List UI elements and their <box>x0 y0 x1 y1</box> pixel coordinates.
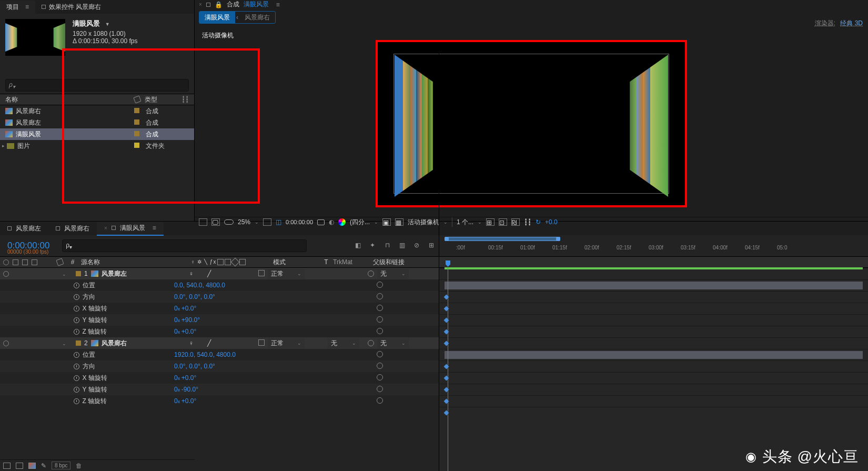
pickwhip-icon[interactable] <box>377 386 383 392</box>
property-row[interactable]: Y 轴旋转 0x +90.0° <box>0 314 439 326</box>
lock-switch-col-icon[interactable] <box>32 259 37 265</box>
fast-preview-icon[interactable]: ⊡ <box>499 218 507 226</box>
timeline-tab[interactable]: 风景廊左 <box>0 222 48 235</box>
comp-viewer[interactable] <box>376 40 687 207</box>
layer-label-color[interactable] <box>76 340 81 346</box>
exposure-value[interactable]: +0.0 <box>545 218 558 226</box>
stopwatch-icon[interactable] <box>74 387 79 393</box>
mask-visibility-icon[interactable] <box>224 219 234 225</box>
twirl-down-icon[interactable]: ⌄ <box>62 272 66 277</box>
property-value[interactable]: 1920.0, 540.0, 4800.0 <box>174 351 285 358</box>
shy-switch[interactable]: ♀ <box>189 270 194 277</box>
comp-mini-flowchart-icon[interactable]: ◧ <box>353 240 362 250</box>
stopwatch-icon[interactable] <box>74 306 79 312</box>
comp-title-dropdown-icon[interactable]: ▼ <box>105 22 110 27</box>
layer-header-row[interactable]: ⌄ 1 风景廊左 ♀╱ 正常⌄ 无⌄ <box>0 268 439 279</box>
col-mode[interactable]: 模式 <box>270 258 322 267</box>
video-switch-col-icon[interactable] <box>3 259 9 265</box>
comp-thumbnail[interactable] <box>5 19 65 56</box>
pickwhip-icon[interactable] <box>377 397 383 404</box>
resolution-icon[interactable]: 🖵 <box>211 218 220 226</box>
grid-icon[interactable] <box>263 218 271 226</box>
col-parent[interactable]: 父级和链接 <box>370 258 438 267</box>
timeline-tab[interactable]: × 满眼风景 ≡ <box>97 222 164 236</box>
stopwatch-icon[interactable] <box>74 329 79 335</box>
col-trkmat[interactable]: TrkMat <box>330 258 370 266</box>
chevron-down-icon[interactable]: ⌄ <box>443 219 448 225</box>
roi-icon[interactable]: ▣ <box>382 218 391 226</box>
audio-switch-col-icon[interactable] <box>13 259 18 265</box>
property-track[interactable] <box>439 407 868 418</box>
property-value[interactable]: 0.0°, 0.0°, 0.0° <box>174 363 285 370</box>
bpc-toggle[interactable]: 8 bpc <box>52 462 70 469</box>
label-col-icon[interactable] <box>56 258 64 266</box>
3d-switch[interactable] <box>258 270 265 276</box>
stopwatch-icon[interactable] <box>74 283 79 288</box>
property-row[interactable]: 位置 0.0, 540.0, 4800.0 <box>0 279 439 291</box>
motion-blur-icon[interactable]: ⊘ <box>412 240 421 250</box>
label-col-icon[interactable] <box>133 96 141 104</box>
stopwatch-icon[interactable] <box>74 375 79 381</box>
blend-mode-dropdown[interactable]: 正常⌄ <box>268 269 305 279</box>
property-track[interactable] <box>439 314 868 326</box>
property-value[interactable]: 0x +0.0° <box>174 374 285 382</box>
timeline-icon[interactable]: ₪ <box>511 218 520 226</box>
project-item[interactable]: 满眼风景 合成 <box>0 128 194 140</box>
video-switch[interactable] <box>3 271 9 277</box>
property-track[interactable] <box>439 395 868 407</box>
exposure-reset-icon[interactable]: ↻ <box>536 218 541 226</box>
stopwatch-icon[interactable] <box>74 364 79 369</box>
parent-dropdown[interactable]: 无⌄ <box>377 338 409 348</box>
property-value[interactable]: 0x -90.0° <box>174 386 285 393</box>
draft-3d-icon[interactable]: ✦ <box>368 240 377 250</box>
pickwhip-icon[interactable] <box>377 305 383 311</box>
property-track[interactable] <box>439 372 868 384</box>
new-folder-icon[interactable] <box>16 463 23 469</box>
zoom-value[interactable]: 25% <box>238 218 250 226</box>
label-color[interactable] <box>134 143 139 148</box>
property-row[interactable]: Z 轴旋转 0x +0.0° <box>0 395 439 407</box>
lock-icon[interactable]: 🔒 <box>215 1 223 8</box>
time-ruler[interactable]: :00f00:15f01:00f01:15f02:00f02:15f03:00f… <box>445 237 868 247</box>
snapshot-icon[interactable] <box>317 219 325 225</box>
comp-flowchart-icon[interactable]: ┇┇ <box>524 218 531 226</box>
viewer-timecode[interactable]: 0:00:00:00 <box>286 219 313 225</box>
tab-close-icon[interactable]: × <box>199 2 202 7</box>
collapse-switch[interactable]: ╱ <box>207 339 211 347</box>
property-track[interactable] <box>439 326 868 337</box>
chevron-down-icon[interactable]: ⌄ <box>374 219 378 225</box>
pickwhip-icon[interactable] <box>377 282 383 288</box>
parent-dropdown[interactable]: 无⌄ <box>377 269 409 279</box>
collapse-switch[interactable]: ╱ <box>207 270 211 277</box>
property-row[interactable]: Z 轴旋转 0x +0.0° <box>0 326 439 337</box>
project-item[interactable]: 风景廊右 合成 <box>0 105 194 117</box>
property-row[interactable]: X 轴旋转 0x +0.0° <box>0 372 439 384</box>
layer-bar-track[interactable] <box>439 279 868 291</box>
tab-close-icon[interactable]: × <box>104 225 107 231</box>
label-color[interactable] <box>134 108 139 113</box>
pickwhip-icon[interactable] <box>377 351 383 357</box>
effect-controls-tab[interactable]: 效果控件 风景廊右 <box>35 1 107 14</box>
panel-menu-icon[interactable]: ≡ <box>25 3 29 11</box>
property-row[interactable]: X 轴旋转 0x +0.0° <box>0 303 439 314</box>
property-value[interactable]: 0.0, 540.0, 4800.0 <box>174 282 285 289</box>
pixel-aspect-icon[interactable]: ⊞ <box>486 218 494 226</box>
property-track[interactable] <box>439 360 868 372</box>
frame-blend-icon[interactable]: ▥ <box>397 240 407 250</box>
pickwhip-icon[interactable] <box>368 270 374 277</box>
new-comp-icon[interactable] <box>28 463 36 469</box>
property-value[interactable]: 0x +0.0° <box>174 328 285 335</box>
active-camera-dropdown[interactable]: 活动摄像机 <box>408 218 439 227</box>
trkmat-dropdown[interactable]: 无⌄ <box>328 338 359 348</box>
transparency-grid-icon[interactable]: ▦ <box>395 218 403 226</box>
property-track[interactable] <box>439 384 868 395</box>
project-item[interactable]: ▸图片 文件夹 <box>0 140 194 152</box>
project-tab[interactable]: 项目 ≡ <box>0 1 35 14</box>
breadcrumb-item-active[interactable]: 满眼风景 <box>199 12 235 24</box>
property-value[interactable]: 0x +0.0° <box>174 305 285 312</box>
pickwhip-icon[interactable] <box>377 363 383 369</box>
3d-switch[interactable] <box>258 339 265 346</box>
graph-editor-icon[interactable]: ⊞ <box>427 240 436 250</box>
stopwatch-icon[interactable] <box>74 294 79 300</box>
pickwhip-icon[interactable] <box>377 316 383 323</box>
